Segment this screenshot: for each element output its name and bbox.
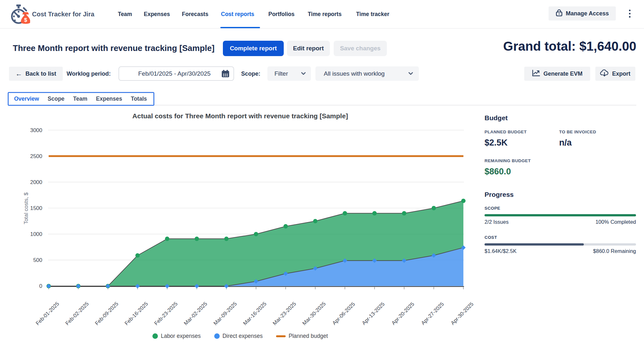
tab-totals[interactable]: Totals [131, 96, 147, 102]
y-axis-title: Total costs, $ [23, 192, 29, 224]
nav-item-forecasts[interactable]: Forecasts [182, 0, 208, 28]
to-be-invoiced-label: TO BE INVOICED [559, 130, 596, 134]
legend-planned-budget-line-icon [276, 335, 286, 337]
back-to-list-button[interactable]: ← Back to list [9, 67, 63, 81]
labor-marker [461, 199, 466, 203]
progress-heading: Progress [485, 191, 514, 198]
more-options-kebab-icon[interactable] [623, 6, 636, 21]
cost-progress-caption: $1.64K/$2.5K $860.0 Remaining [485, 248, 636, 254]
legend-labor-expenses-dot-icon [152, 333, 158, 339]
legend-label: Direct expenses [223, 333, 263, 339]
x-tick-label: Apr-13-2025 [361, 301, 386, 326]
save-changes-button[interactable]: Save changes [334, 41, 387, 56]
chart-line-icon [532, 70, 540, 78]
cost-spent-ratio: $1.64K/$2.5K [485, 248, 517, 254]
calendar-icon [221, 70, 230, 78]
direct-marker [46, 284, 51, 288]
cost-progress-bar [485, 243, 636, 246]
x-tick-label: Mar-02-2025 [183, 301, 208, 326]
planned-budget-value: $2.5K [485, 138, 508, 148]
report-tabs: OverviewScopeTeamExpensesTotals [8, 92, 154, 106]
chart-legend: Labor expensesDirect expensesPlanned bud… [13, 333, 468, 339]
budget-heading: Budget [485, 114, 508, 122]
labor-marker [195, 237, 199, 241]
chevron-down-icon [301, 71, 306, 76]
x-tick-label: Apr-30-2025 [450, 301, 475, 326]
labor-marker [165, 237, 169, 241]
back-to-list-label: Back to list [25, 71, 56, 77]
x-tick-label: Mar-23-2025 [272, 301, 297, 326]
y-tick-label: 500 [33, 257, 42, 263]
remaining-budget-label: REMAINING BUDGET [485, 158, 531, 163]
export-label: Export [612, 71, 630, 77]
y-tick-label: 3000 [30, 127, 42, 133]
to-be-invoiced-value: n/a [559, 138, 572, 148]
x-tick-label: Feb-01-2025 [35, 301, 60, 326]
labor-marker [402, 211, 406, 216]
worklog-period-value: Feb/01/2025 - Apr/30/2025 [119, 70, 221, 77]
y-tick-label: 0 [39, 283, 42, 289]
legend-label: Labor expenses [161, 333, 201, 339]
lock-icon [556, 9, 563, 18]
nav-item-team[interactable]: Team [118, 0, 132, 28]
x-tick-label: Mar-09-2025 [212, 301, 238, 326]
y-tick-label: 1500 [30, 205, 42, 211]
scope-type-value: Filter [274, 70, 288, 77]
scope-progress-bar [485, 214, 636, 216]
complete-report-button[interactable]: Complete report [223, 41, 284, 56]
manage-access-label: Manage Access [566, 10, 609, 17]
x-tick-label: Feb-02-2025 [64, 301, 90, 326]
chart-title: Actual costs for Three Month report with… [13, 112, 468, 120]
labor-marker [283, 224, 288, 229]
y-tick-label: 2500 [30, 153, 42, 159]
scope-label: Scope: [241, 67, 260, 81]
tab-overview[interactable]: Overview [14, 96, 39, 102]
export-button[interactable]: Export [595, 67, 635, 81]
back-arrow-icon: ← [15, 70, 22, 78]
nav-item-time-tracker[interactable]: Time tracker [356, 0, 389, 28]
app-header: $ Cost Tracker for Jira TeamExpensesFore… [0, 0, 644, 29]
x-tick-label: Feb-16-2025 [123, 301, 149, 326]
worklog-period-label: Worklog period: [67, 67, 111, 81]
direct-marker [76, 284, 81, 288]
x-tick-label: Apr-27-2025 [420, 301, 445, 326]
worklog-period-input[interactable]: Feb/01/2025 - Apr/30/2025 [118, 66, 234, 81]
issues-filter-select[interactable]: All issues with worklog [315, 66, 419, 81]
nav-item-expenses[interactable]: Expenses [144, 0, 170, 28]
tab-expenses[interactable]: Expenses [96, 96, 122, 102]
edit-report-button[interactable]: Edit report [287, 41, 330, 56]
chevron-down-icon [408, 71, 413, 76]
x-tick-label: Mar-30-2025 [301, 301, 327, 326]
labor-marker [224, 237, 229, 241]
nav-item-cost-reports[interactable]: Cost reports [221, 0, 254, 28]
planned-budget-label: PLANNED BUDGET [485, 130, 527, 134]
y-tick-label: 1000 [30, 231, 42, 237]
scope-type-select[interactable]: Filter [267, 66, 311, 81]
labor-marker [313, 219, 318, 223]
scope-progress-label: SCOPE [485, 206, 500, 211]
page-title: Three Month report with revenue tracking… [13, 43, 215, 53]
nav-item-portfolios[interactable]: Portfolios [268, 0, 295, 28]
issues-filter-value: All issues with worklog [324, 70, 385, 77]
tab-team[interactable]: Team [73, 96, 87, 102]
active-nav-underline [220, 27, 260, 28]
cloud-download-icon [600, 69, 609, 78]
x-tick-label: Apr-06-2025 [331, 301, 356, 326]
cost-progress-fill [485, 243, 584, 246]
tab-scope[interactable]: Scope [48, 96, 65, 102]
generate-evm-button[interactable]: Generate EVM [524, 67, 590, 81]
labor-marker [432, 206, 436, 210]
legend-label: Planned budget [289, 333, 328, 339]
legend-item-planned-budget: Planned budget [276, 333, 328, 339]
manage-access-button[interactable]: Manage Access [549, 6, 616, 21]
y-tick-label: 2000 [30, 179, 42, 185]
labor-marker [135, 253, 140, 258]
scope-completed-percent: 100% Completed [595, 219, 636, 225]
x-tick-label: Feb-23-2025 [153, 301, 179, 326]
nav-item-time-reports[interactable]: Time reports [308, 0, 342, 28]
scope-progress-caption: 2/2 Issues 100% Completed [485, 219, 636, 225]
svg-text:$: $ [24, 17, 27, 23]
scope-progress-fill [485, 214, 636, 216]
generate-evm-label: Generate EVM [543, 71, 583, 77]
x-tick-label: Feb-09-2025 [94, 301, 119, 326]
